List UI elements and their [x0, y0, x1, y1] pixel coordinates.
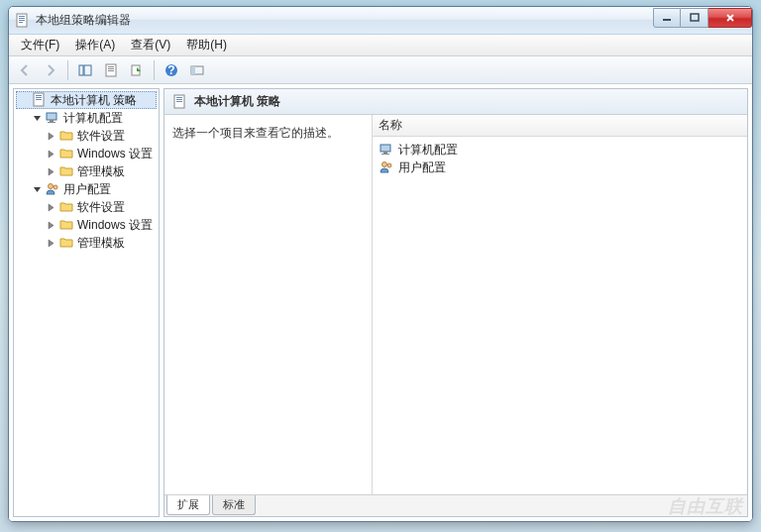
window-controls: [653, 8, 752, 28]
tree-node-windows[interactable]: Windows 设置: [44, 145, 157, 162]
tree-node-computer-config[interactable]: 计算机配置: [30, 109, 157, 127]
svg-rect-6: [691, 14, 699, 21]
menubar: 文件(F) 操作(A) 查看(V) 帮助(H): [9, 35, 752, 56]
svg-rect-5: [663, 19, 671, 21]
tree-label: 计算机配置: [63, 110, 123, 127]
svg-rect-32: [383, 152, 387, 154]
list-body: 计算机配置 用户配置: [373, 137, 747, 494]
tree-root: 本地计算机 策略 计算机配置 软件设置: [14, 89, 159, 254]
policy-icon: [32, 92, 48, 108]
column-name: 名称: [379, 117, 402, 134]
menu-view[interactable]: 查看(V): [123, 35, 178, 55]
collapse-icon[interactable]: [32, 113, 43, 124]
folder-icon: [58, 235, 74, 251]
tree-node-software[interactable]: 软件设置: [44, 198, 157, 216]
tree-label: Windows 设置: [77, 217, 153, 234]
expand-icon[interactable]: [46, 131, 56, 142]
svg-rect-20: [36, 97, 42, 98]
computer-icon: [45, 110, 60, 126]
tree-label: 管理模板: [77, 163, 125, 180]
list-item-user-config[interactable]: 用户配置: [377, 159, 743, 176]
svg-rect-30: [176, 101, 182, 102]
svg-rect-29: [176, 99, 182, 100]
svg-rect-17: [191, 66, 195, 74]
computer-icon: [379, 142, 394, 158]
folder-icon: [58, 163, 74, 179]
bottom-tabs: 扩展 标准: [164, 494, 747, 516]
tree-node-windows[interactable]: Windows 设置: [44, 216, 157, 234]
list-header[interactable]: 名称: [373, 115, 747, 137]
folder-icon: [58, 128, 74, 144]
tab-standard[interactable]: 标准: [212, 495, 256, 515]
properties-button[interactable]: [99, 58, 123, 82]
policy-icon: [172, 94, 188, 110]
user-icon: [45, 181, 60, 197]
main-window: 本地组策略编辑器 文件(F) 操作(A) 查看(V) 帮助(H) ?: [8, 6, 753, 522]
tree-label: 软件设置: [77, 128, 125, 145]
filter-button[interactable]: [185, 58, 209, 82]
svg-rect-2: [19, 18, 25, 19]
close-button[interactable]: [708, 8, 752, 28]
folder-icon: [58, 146, 74, 161]
svg-rect-3: [19, 20, 25, 21]
svg-point-25: [49, 184, 54, 189]
menu-file[interactable]: 文件(F): [13, 35, 67, 55]
svg-rect-28: [176, 97, 182, 98]
toolbar: ?: [9, 56, 752, 84]
svg-rect-8: [84, 65, 91, 75]
menu-help[interactable]: 帮助(H): [178, 35, 235, 55]
svg-rect-11: [108, 68, 114, 69]
expand-icon[interactable]: [46, 149, 56, 160]
svg-rect-33: [381, 154, 389, 155]
minimize-button[interactable]: [653, 8, 681, 28]
collapse-icon[interactable]: [32, 184, 43, 195]
svg-rect-1: [19, 16, 25, 17]
svg-rect-21: [36, 99, 42, 100]
expand-icon[interactable]: [46, 220, 56, 231]
svg-rect-10: [108, 66, 114, 67]
tree-label: Windows 设置: [77, 146, 153, 162]
expand-icon[interactable]: [46, 166, 56, 177]
list-column: 名称 计算机配置 用户配置: [373, 115, 747, 494]
svg-rect-23: [50, 120, 54, 122]
maximize-button[interactable]: [681, 8, 708, 28]
svg-point-34: [382, 162, 387, 167]
list-item-label: 用户配置: [398, 160, 446, 176]
back-button[interactable]: [13, 58, 37, 82]
tree-node-user-config[interactable]: 用户配置: [30, 180, 157, 198]
folder-icon: [58, 217, 74, 233]
list-item-label: 计算机配置: [398, 142, 458, 159]
details-header: 本地计算机 策略: [164, 89, 747, 115]
list-item-computer-config[interactable]: 计算机配置: [377, 141, 743, 159]
menu-action[interactable]: 操作(A): [67, 35, 123, 55]
folder-icon: [58, 199, 74, 215]
forward-button[interactable]: [39, 58, 62, 82]
window-title: 本地组策略编辑器: [36, 12, 653, 29]
titlebar[interactable]: 本地组策略编辑器: [9, 7, 752, 35]
tree-toggle-icon: [19, 95, 30, 106]
show-tree-button[interactable]: [73, 58, 97, 82]
toolbar-separator: [67, 60, 68, 80]
details-title: 本地计算机 策略: [194, 93, 280, 110]
svg-rect-31: [380, 145, 390, 152]
expand-icon[interactable]: [46, 238, 56, 249]
description-column: 选择一个项目来查看它的描述。: [164, 115, 373, 494]
tree-root-node[interactable]: 本地计算机 策略: [16, 91, 157, 109]
svg-text:?: ?: [167, 63, 174, 77]
app-icon: [15, 13, 31, 29]
expand-icon[interactable]: [46, 202, 56, 213]
tab-extended[interactable]: 扩展: [166, 495, 210, 515]
tree-label: 用户配置: [63, 181, 111, 198]
tree-label: 本地计算机 策略: [51, 92, 137, 109]
help-button[interactable]: ?: [160, 58, 183, 82]
export-button[interactable]: [125, 58, 149, 82]
svg-rect-19: [36, 95, 42, 96]
svg-rect-22: [47, 113, 56, 120]
tree-node-software[interactable]: 软件设置: [44, 127, 157, 145]
tree-node-templates[interactable]: 管理模板: [44, 162, 157, 180]
tree-node-templates[interactable]: 管理模板: [44, 234, 157, 252]
tree-pane[interactable]: 本地计算机 策略 计算机配置 软件设置: [13, 88, 160, 517]
content-area: 本地计算机 策略 计算机配置 软件设置: [9, 84, 752, 521]
description-text: 选择一个项目来查看它的描述。: [172, 125, 364, 142]
svg-point-35: [387, 163, 391, 167]
